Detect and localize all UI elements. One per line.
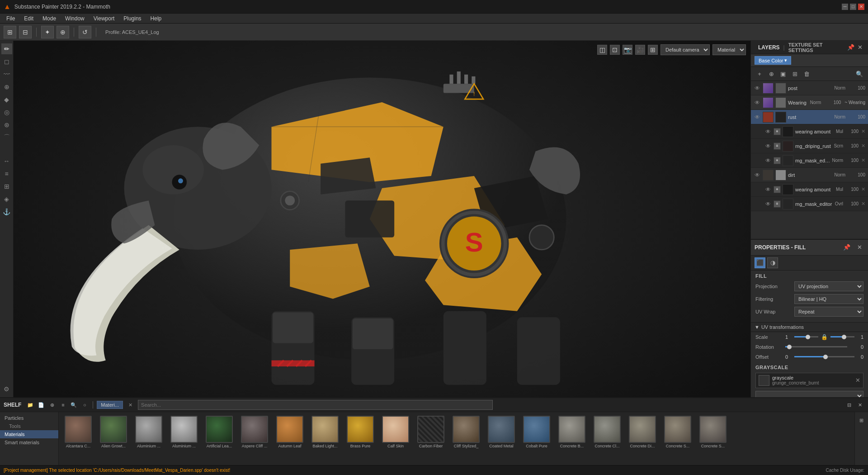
- rotation-slider-handle[interactable]: [787, 345, 792, 349]
- transform-button[interactable]: ✦: [41, 26, 54, 38]
- menu-help[interactable]: Help: [146, 14, 166, 23]
- grid-view-button[interactable]: ⊟: [19, 26, 32, 38]
- layer-item-sub[interactable]: 👁 ≡ wearing amount Mul 100 ✕: [751, 124, 868, 139]
- tab-layers[interactable]: LAYERS: [755, 44, 783, 51]
- layer-visibility-toggle[interactable]: 👁: [764, 142, 772, 150]
- projection-select[interactable]: UV projection: [794, 281, 863, 291]
- fill-tool[interactable]: ◆: [1, 94, 12, 105]
- rotate-button[interactable]: ↺: [79, 26, 91, 38]
- shelf-file-btn[interactable]: 📄: [37, 400, 46, 409]
- shelf-filter-btn[interactable]: 🔍: [69, 400, 78, 409]
- shelf-expand-btn[interactable]: ⊟: [844, 400, 854, 409]
- shelf-item[interactable]: Concrete B...: [556, 416, 588, 448]
- add-paint-layer-btn[interactable]: +: [755, 69, 764, 79]
- layer-visibility-toggle[interactable]: 👁: [764, 200, 772, 208]
- eraser-tool[interactable]: ◻: [1, 56, 12, 67]
- shelf-cat-particles[interactable]: Particles: [0, 414, 58, 422]
- shelf-close-tab[interactable]: ✕: [125, 401, 136, 409]
- layer-visibility-toggle[interactable]: 👁: [754, 99, 761, 106]
- layer-visibility-toggle[interactable]: 👁: [754, 85, 761, 92]
- layer-item-sub[interactable]: 👁 ≡ mg_driping_rust Scrn 100 ✕: [751, 139, 868, 153]
- layer-item[interactable]: 👁 post Norm 100: [751, 81, 868, 95]
- shelf-item[interactable]: Baked Light...: [309, 416, 341, 448]
- add-group-btn[interactable]: ▣: [778, 69, 788, 79]
- layer-item-sub[interactable]: 👁 ≡ wearing amount Mul 100 ✕: [751, 182, 868, 197]
- rotation-slider-track[interactable]: [785, 346, 847, 347]
- uv-transformations-header[interactable]: ▼ UV transformations: [751, 322, 868, 332]
- layer-item[interactable]: 👁 Wearing Norm 100 ~ Wearing: [751, 95, 868, 110]
- search-layers-btn[interactable]: 🔍: [854, 69, 864, 79]
- menu-plugins[interactable]: Plugins: [119, 14, 146, 23]
- shelf-item[interactable]: Cliff Stylized_: [450, 416, 482, 448]
- camera-select[interactable]: Default camera: [660, 44, 710, 55]
- viewport-icon-1[interactable]: ◫: [597, 45, 607, 55]
- align-button[interactable]: ⊕: [57, 26, 69, 38]
- viewport-icon-5[interactable]: ⊞: [648, 45, 658, 55]
- shelf-item[interactable]: Artificial Lea...: [203, 416, 235, 448]
- material-tool[interactable]: ◈: [1, 194, 12, 204]
- menu-file[interactable]: File: [2, 14, 19, 23]
- scale-slider-2-handle[interactable]: [842, 335, 846, 339]
- layer-visibility-toggle[interactable]: 👁: [764, 128, 772, 135]
- menu-window[interactable]: Window: [61, 14, 89, 23]
- close-properties-btn[interactable]: ✕: [854, 242, 864, 252]
- menu-edit[interactable]: Edit: [19, 14, 38, 23]
- shelf-item[interactable]: Aspere Cliff ...: [239, 416, 270, 448]
- offset-slider-handle[interactable]: [823, 355, 828, 359]
- smudge-tool[interactable]: 〰: [1, 69, 12, 80]
- shelf-cat-tools[interactable]: Tools: [0, 422, 58, 430]
- layer-delete-icon[interactable]: ✕: [861, 143, 865, 149]
- viewport-icon-2[interactable]: ⊡: [610, 45, 620, 55]
- texture-mode-button[interactable]: ⊞: [4, 26, 16, 38]
- layer-visibility-toggle[interactable]: 👁: [754, 171, 761, 179]
- close-button[interactable]: ✕: [858, 4, 864, 10]
- menu-viewport[interactable]: Viewport: [89, 14, 119, 23]
- grayscale-dropdown[interactable]: [755, 391, 863, 398]
- filtering-select[interactable]: Bilinear | HQ: [794, 294, 863, 304]
- shelf-view-btn[interactable]: ≡: [58, 400, 67, 409]
- layer-item-sub[interactable]: 👁 ≡ mg_mask_editor Norm 100 ✕: [751, 153, 868, 168]
- lasso-tool[interactable]: ⌒: [1, 132, 12, 143]
- settings-left-tool[interactable]: ⚙: [1, 384, 12, 394]
- fill-tab[interactable]: ⬛: [755, 257, 765, 268]
- shelf-item[interactable]: Carbon Fiber: [415, 416, 447, 448]
- shelf-close-btn[interactable]: ✕: [855, 400, 864, 409]
- shelf-item[interactable]: Alien Growt...: [98, 416, 129, 448]
- viewport-icon-3[interactable]: 📷: [623, 45, 632, 55]
- eye-dropper-tool[interactable]: ⊛: [1, 119, 12, 130]
- shelf-item[interactable]: Cobalt Pure: [521, 416, 552, 448]
- shelf-search-input[interactable]: [138, 400, 492, 410]
- layer-visibility-toggle[interactable]: 👁: [754, 114, 761, 121]
- menu-mode[interactable]: Mode: [38, 14, 61, 23]
- layer-visibility-toggle[interactable]: 👁: [764, 157, 772, 164]
- viewport-icon-4[interactable]: 🎥: [635, 45, 645, 55]
- shelf-folder-btn[interactable]: 📁: [26, 400, 35, 409]
- shelf-item[interactable]: Calf Skin: [380, 416, 411, 448]
- shelf-circle-btn[interactable]: ○: [80, 400, 89, 409]
- anchor-tool[interactable]: ⚓: [1, 206, 12, 217]
- layer-delete-icon[interactable]: ✕: [861, 186, 865, 192]
- grayscale-item[interactable]: grayscale grunge_concrete_burnt ✕: [755, 373, 863, 388]
- delete-layer-btn[interactable]: 🗑: [802, 69, 811, 79]
- base-color-channel-btn[interactable]: Base Color ▾: [755, 56, 791, 65]
- shelf-item[interactable]: Brass Pure: [344, 416, 376, 448]
- scale-slider-track[interactable]: [794, 336, 818, 337]
- material-tab[interactable]: ◑: [767, 257, 778, 268]
- transform-left-tool[interactable]: ↔: [1, 156, 12, 166]
- shelf-item[interactable]: Autumn Leaf: [274, 416, 306, 448]
- add-fill-layer-btn[interactable]: ⊕: [766, 69, 776, 79]
- shelf-import-btn[interactable]: ⊕: [47, 400, 57, 409]
- tab-texture-settings[interactable]: TEXTURE SET SETTINGS: [785, 42, 847, 53]
- layer-delete-icon[interactable]: ✕: [861, 128, 865, 134]
- shelf-item[interactable]: Aluminium ...: [168, 416, 200, 448]
- shelf-item[interactable]: Coated Metal: [486, 416, 517, 448]
- shelf-item[interactable]: Concrete Di...: [627, 416, 658, 448]
- shelf-item[interactable]: Alcantara C...: [62, 416, 94, 448]
- shelf-item[interactable]: Concrete S...: [697, 416, 729, 448]
- scale-slider-handle[interactable]: [806, 335, 810, 339]
- shelf-item[interactable]: Aluminium ...: [133, 416, 165, 448]
- layer-delete-icon[interactable]: ✕: [861, 201, 865, 207]
- shelf-item[interactable]: Concrete Cl...: [591, 416, 623, 448]
- pin-properties-btn[interactable]: 📌: [842, 242, 852, 252]
- layer-item-sub[interactable]: 👁 ≡ mg_mask_editor Ovrl 100 ✕: [751, 197, 868, 211]
